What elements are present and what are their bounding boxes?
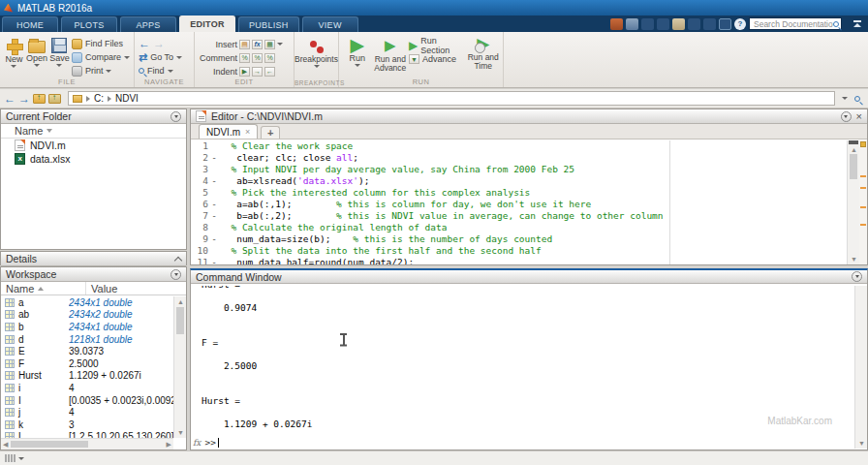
- code-line-10[interactable]: 10 % Split the data into the first half …: [191, 245, 847, 257]
- current-folder-header[interactable]: Current Folder: [1, 109, 186, 124]
- indent-right-icon[interactable]: →: [252, 67, 263, 77]
- collapse-icon[interactable]: [174, 256, 182, 264]
- tab-close-icon[interactable]: ×: [245, 127, 250, 137]
- tab-ndvi-m[interactable]: NDVI.m ×: [199, 124, 258, 139]
- switch-window-icon[interactable]: [719, 18, 731, 30]
- workspace-menu-icon[interactable]: [170, 269, 181, 280]
- status-dropdown-icon[interactable]: [18, 457, 24, 460]
- workspace-variable-L[interactable]: L[1,2,5,10,20,65,130,260]: [1, 431, 173, 438]
- ribbon-tab-publish[interactable]: PUBLISH: [238, 16, 299, 32]
- workspace-variable-I[interactable]: I[0.0035 + 0.0023i,0.0092 +: [1, 394, 173, 407]
- save-icon[interactable]: [626, 18, 638, 30]
- current-folder-menu-icon[interactable]: [170, 111, 181, 122]
- code-area[interactable]: 1 % Clear the work space2- clear; clc; c…: [191, 140, 847, 264]
- code-line-9[interactable]: 9- num_data=size(b); % this is the numbe…: [191, 233, 847, 245]
- paste-icon[interactable]: [672, 18, 685, 30]
- back-icon[interactable]: ←: [139, 39, 150, 48]
- ribbon-tab-editor[interactable]: EDITOR: [179, 16, 235, 32]
- code-line-8[interactable]: 8 % Calculate the original length of dat…: [191, 222, 847, 233]
- workspace-variable-j[interactable]: j4: [1, 406, 173, 418]
- command-window-header[interactable]: Command Window: [191, 270, 867, 284]
- code-line-6[interactable]: 6- a=ab(:,1); % this is column for day, …: [191, 199, 847, 210]
- search-documentation-input[interactable]: Search Documentation: [749, 17, 842, 30]
- run-and-time-button[interactable]: ▶ Run and Time: [468, 34, 499, 78]
- command-window-scrollbar[interactable]: ▼: [854, 286, 867, 449]
- workspace-variable-b[interactable]: b2434x1 double: [1, 321, 173, 333]
- minimize-ribbon-button[interactable]: [851, 18, 864, 30]
- code-line-11[interactable]: 11- num_data_half=round(num_data/2);: [191, 257, 847, 264]
- editor-header[interactable]: Editor - C:\NDVI\NDVI.m ×: [191, 109, 867, 124]
- nav-back-icon[interactable]: ←: [4, 92, 16, 106]
- advance-button[interactable]: ▼ Advance: [409, 53, 466, 65]
- new-tab-button[interactable]: +: [261, 126, 280, 139]
- addressbar-dropdown-icon[interactable]: [842, 97, 848, 100]
- help-icon[interactable]: ?: [734, 18, 746, 30]
- addressbar-search-icon[interactable]: [854, 96, 860, 102]
- insert-fx-icon[interactable]: fx: [252, 40, 263, 49]
- code-line-2[interactable]: 2- clear; clc; close all;: [191, 152, 847, 164]
- compare-button[interactable]: Compare: [72, 51, 130, 63]
- file-data.xlsx[interactable]: data.xlsx: [1, 152, 186, 166]
- workspace-variable-Hurst[interactable]: Hurst1.1209 + 0.0267i: [1, 370, 173, 383]
- insert-image-icon[interactable]: ▦: [264, 40, 275, 49]
- workspace-vertical-scrollbar[interactable]: ▲ ▼: [173, 296, 186, 438]
- workspace-variable-k[interactable]: k3: [1, 418, 173, 431]
- command-window-menu-icon[interactable]: [852, 271, 862, 282]
- ribbon-tab-plots[interactable]: PLOTS: [61, 16, 117, 32]
- command-prompt[interactable]: fx >>: [191, 436, 219, 449]
- workspace-variable-a[interactable]: a2434x1 double: [1, 296, 173, 309]
- ribbon-tab-apps[interactable]: APPS: [120, 16, 176, 32]
- ribbon-tab-home[interactable]: HOME: [2, 16, 58, 32]
- new-button[interactable]: New: [4, 34, 24, 78]
- workspace-variable-ab[interactable]: ab2434x2 double: [1, 309, 173, 322]
- current-folder-name-column[interactable]: Name: [1, 124, 186, 139]
- smart-indent-icon[interactable]: ▶: [239, 67, 250, 77]
- workspace-value-column[interactable]: Value: [86, 283, 117, 294]
- editor-menu-icon[interactable]: [841, 111, 852, 122]
- find-button[interactable]: Find: [139, 65, 182, 77]
- workspace-horizontal-scrollbar[interactable]: ◀ ▶: [1, 438, 173, 450]
- search-icon[interactable]: [833, 21, 839, 27]
- run-section-button[interactable]: ▶ Run Section: [409, 40, 466, 51]
- print-button[interactable]: Print: [72, 65, 130, 77]
- shortcut-icon[interactable]: [610, 18, 623, 30]
- insert-section-icon[interactable]: ▤: [239, 40, 250, 49]
- browse-folder-icon[interactable]: [48, 94, 61, 104]
- editor-scrollbar[interactable]: ▲ ▼: [847, 140, 859, 264]
- workspace-variable-d[interactable]: d1218x1 double: [1, 333, 173, 346]
- comment-icon[interactable]: %: [239, 53, 250, 63]
- workspace-variable-i[interactable]: i4: [1, 382, 173, 394]
- nav-forward-icon[interactable]: →: [18, 92, 30, 106]
- warning-tick[interactable]: [860, 187, 866, 189]
- code-line-4[interactable]: 4- ab=xlsread('data.xlsx');: [191, 175, 847, 187]
- goto-button[interactable]: ⇄ Go To: [139, 51, 182, 63]
- folder-up-icon[interactable]: [33, 94, 46, 104]
- workspace-name-column[interactable]: Name: [1, 282, 86, 294]
- wrap-comment-icon[interactable]: %: [264, 53, 275, 63]
- open-button[interactable]: Open: [26, 34, 47, 78]
- editor-close-icon[interactable]: ×: [856, 111, 862, 121]
- workspace-header[interactable]: Workspace: [1, 267, 186, 282]
- code-line-5[interactable]: 5 % Pick the interested column for this …: [191, 187, 847, 199]
- editor-message-bar[interactable]: [859, 140, 867, 264]
- warning-tick[interactable]: [860, 175, 866, 177]
- warning-tick[interactable]: [860, 206, 866, 208]
- code-line-1[interactable]: 1 % Clear the work space: [191, 140, 847, 152]
- run-button[interactable]: ▶ Run: [343, 34, 372, 78]
- uncomment-icon[interactable]: %: [252, 53, 263, 63]
- status-grip-icon[interactable]: [5, 454, 16, 462]
- command-window-output[interactable]: Hurst = 0.9074F = 2.5000Hurst = 1.1209 +…: [191, 286, 854, 436]
- ribbon-tab-view[interactable]: VIEW: [302, 16, 358, 32]
- save-button[interactable]: Save: [49, 34, 70, 78]
- breadcrumb[interactable]: C: NDVI: [68, 91, 835, 106]
- details-header[interactable]: Details: [1, 252, 186, 266]
- warning-tick[interactable]: [860, 224, 866, 226]
- breakpoints-button[interactable]: Breakpoints: [298, 34, 334, 78]
- indent-left-icon[interactable]: ←: [264, 67, 275, 77]
- breadcrumb-drive[interactable]: C:: [94, 93, 104, 104]
- workspace-variable-F[interactable]: F2.5000: [1, 357, 173, 370]
- code-line-3[interactable]: 3 % Input NDVI per day average value, sa…: [191, 164, 847, 175]
- warning-indicator-icon[interactable]: [860, 141, 866, 147]
- breadcrumb-folder[interactable]: NDVI: [115, 93, 139, 104]
- code-line-7[interactable]: 7- b=ab(:,2); % this is NDVI value in av…: [191, 210, 847, 222]
